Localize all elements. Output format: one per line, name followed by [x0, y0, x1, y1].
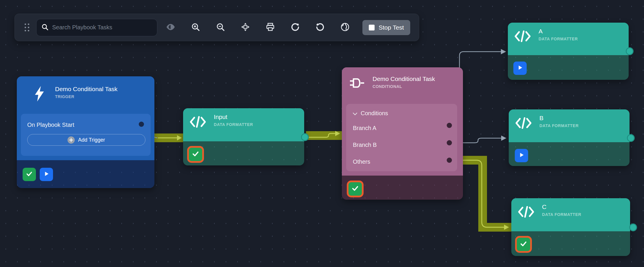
eye-icon [166, 22, 176, 33]
conditions-panel: Conditions Branch A Branch B Others [346, 104, 457, 171]
task-b-output-port[interactable] [627, 134, 635, 142]
chevron-down-icon [353, 110, 357, 117]
zoom-in-icon [191, 22, 200, 33]
add-trigger-button[interactable]: Add Trigger [27, 134, 145, 146]
node-conditional[interactable]: Demo Conditional Task CONDITIONAL Condit… [342, 67, 463, 200]
check-icon [191, 150, 200, 159]
trigger-panel: On Playbook Start Add Trigger [21, 114, 151, 156]
task-a-header: A DATA FORMATTER [508, 23, 629, 55]
input-subtitle: DATA FORMATTER [214, 122, 253, 127]
fit-view-icon [240, 22, 250, 33]
branch-row-others[interactable]: Others [353, 153, 457, 170]
play-icon [517, 64, 523, 72]
globe-button[interactable] [337, 19, 353, 36]
check-icon [25, 170, 33, 179]
undo-icon [315, 22, 325, 33]
code-icon [189, 116, 206, 129]
stop-test-label: Stop Test [379, 24, 404, 31]
redo-button[interactable] [287, 19, 303, 36]
branch-others-port[interactable] [447, 158, 452, 163]
code-icon [514, 30, 531, 44]
search-input[interactable] [52, 24, 152, 31]
task-c-output-port[interactable] [629, 223, 637, 231]
task-c-header: C DATA FORMATTER [511, 198, 630, 231]
zoom-out-icon [216, 22, 225, 33]
input-tested-badge[interactable] [187, 146, 204, 163]
task-b-run-badge[interactable] [515, 149, 528, 162]
branch-others-label: Others [353, 158, 370, 165]
task-b-title: B [539, 114, 579, 122]
toolbar: Stop Test [14, 14, 419, 41]
play-icon [43, 171, 50, 178]
zoom-out-button[interactable] [212, 19, 229, 36]
print-icon [266, 22, 275, 33]
task-b-header: B DATA FORMATTER [509, 109, 630, 142]
task-a-title: A [539, 27, 578, 35]
print-button[interactable] [262, 19, 278, 36]
trigger-run-badge[interactable] [40, 168, 53, 181]
conditional-gate-icon [349, 77, 365, 90]
task-a-subtitle: DATA FORMATTER [539, 37, 578, 41]
task-a-output-port[interactable] [626, 47, 634, 55]
trigger-subtitle: TRIGGER [55, 94, 118, 99]
globe-icon [340, 22, 350, 33]
input-header: Input DATA FORMATTER [183, 108, 304, 141]
conditional-subtitle: CONDITIONAL [373, 84, 435, 89]
edge-band-others-c [463, 160, 511, 227]
play-icon [518, 152, 525, 159]
check-icon [519, 240, 528, 249]
drag-handle[interactable] [25, 24, 29, 31]
task-c-tested-badge[interactable] [515, 236, 532, 253]
trigger-footer [17, 160, 154, 188]
playbook-canvas[interactable]: Demo Conditional Task TRIGGER On Playboo… [0, 0, 644, 267]
branch-a-label: Branch A [353, 125, 376, 131]
plus-icon [67, 136, 75, 144]
branch-row-b[interactable]: Branch B [353, 136, 457, 153]
input-output-port[interactable] [301, 133, 309, 141]
node-trigger[interactable]: Demo Conditional Task TRIGGER On Playboo… [17, 76, 154, 188]
redo-icon [290, 22, 300, 33]
conditions-section-toggle[interactable]: Conditions [353, 107, 457, 120]
search-icon [41, 23, 49, 32]
task-a-run-badge[interactable] [513, 62, 527, 75]
task-c-subtitle: DATA FORMATTER [542, 212, 581, 217]
fit-view-button[interactable] [237, 19, 253, 36]
add-trigger-label: Add Trigger [78, 137, 105, 143]
visibility-toggle-button[interactable] [163, 19, 179, 36]
branch-b-port[interactable] [447, 140, 452, 145]
search-box[interactable] [36, 19, 157, 36]
trigger-success-badge[interactable] [23, 168, 36, 181]
branch-a-port[interactable] [447, 123, 452, 128]
conditional-tested-badge[interactable] [347, 181, 364, 197]
zoom-in-button[interactable] [187, 19, 204, 36]
code-icon [515, 117, 532, 130]
check-icon [351, 184, 359, 194]
stop-icon [369, 25, 375, 30]
code-icon [518, 206, 534, 219]
edge-branchb-arrow [501, 136, 506, 141]
lightning-icon [33, 86, 46, 103]
branch-b-label: Branch B [353, 142, 377, 148]
task-c-title: C [542, 203, 581, 211]
conditional-title: Demo Conditional Task [373, 75, 435, 83]
input-title: Input [214, 113, 253, 121]
task-b-subtitle: DATA FORMATTER [539, 123, 579, 128]
stop-test-button[interactable]: Stop Test [362, 20, 410, 35]
branch-row-a[interactable]: Branch A [353, 120, 457, 136]
conditions-label: Conditions [361, 110, 388, 117]
undo-button[interactable] [312, 19, 328, 36]
trigger-row-label: On Playbook Start [27, 122, 74, 128]
trigger-row-on-playbook-start[interactable]: On Playbook Start [27, 119, 145, 131]
edge-brancha-arrow [501, 49, 506, 54]
trigger-title: Demo Conditional Task [55, 85, 118, 93]
trigger-output-port[interactable] [139, 122, 144, 127]
